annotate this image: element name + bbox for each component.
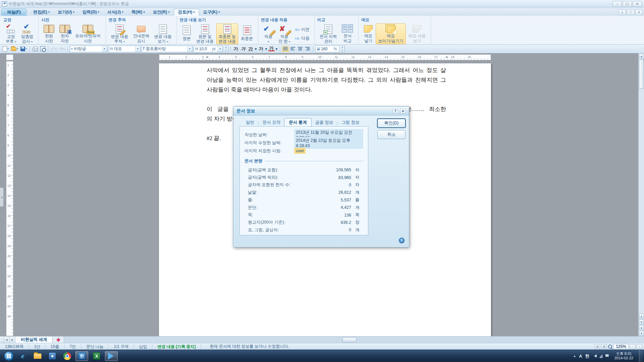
side-panel-handle[interactable]: ◂ — [0, 187, 4, 207]
dialog-tab-2[interactable]: 문서 통계 — [284, 118, 311, 127]
zoom-level[interactable]: 125% — [613, 344, 629, 349]
zoom-in-button[interactable]: + — [637, 344, 642, 349]
dialog-tab-3[interactable]: 글꼴 정보 — [312, 119, 337, 127]
horizontal-scrollbar[interactable] — [64, 337, 644, 343]
chevron-down-icon[interactable]: ▾ — [168, 10, 170, 14]
tab-scroll-left-button[interactable]: ◀ — [4, 337, 10, 343]
align-center-button[interactable] — [297, 46, 304, 52]
italic-button[interactable]: 가 — [240, 46, 247, 52]
chevron-down-icon[interactable]: ▾ — [265, 47, 267, 51]
vertical-ruler[interactable]: 1234567891011121314151617181920212223242… — [6, 61, 13, 336]
menu-tab-input[interactable]: 입력(D)▾ — [78, 9, 103, 16]
chevron-down-icon[interactable]: ▾ — [218, 46, 223, 52]
menu-tab-page[interactable]: 쪽(W)▾ — [127, 9, 149, 16]
vertical-scrollbar[interactable]: ▲ ▲ ▼ ▲ ▼ — [638, 53, 644, 336]
view-original-button[interactable]: 원본 — [179, 23, 194, 44]
show-balloons-button[interactable]: 안내문에표시 — [131, 23, 152, 44]
line-spacing-spinner[interactable]: ▲▼ — [340, 46, 345, 52]
horizontal-ruler[interactable]: 12345678910111213141516171819 — [159, 54, 491, 60]
align-left-button[interactable] — [289, 46, 296, 52]
status-item[interactable]: 15줄 — [46, 344, 64, 349]
highlight-color-button[interactable]: 가 — [268, 46, 275, 51]
taskbar-chrome[interactable] — [61, 351, 73, 361]
status-item[interactable]: 1/1 구역 — [109, 344, 134, 349]
view-final-button[interactable]: 최종본 — [238, 23, 255, 44]
menu-tab-view[interactable]: 보기(U)▾ — [54, 9, 78, 16]
redo-button[interactable]: ↷▾ — [58, 46, 65, 52]
view-normal-icon[interactable]: ▤ — [595, 344, 600, 349]
action-center-icon[interactable] — [605, 354, 609, 358]
taskbar-file-explorer[interactable] — [31, 351, 44, 361]
status-item[interactable]: 삽입 — [134, 344, 152, 349]
dialog-tab-4[interactable]: 그림 정보 — [338, 119, 363, 127]
indent-marker[interactable] — [445, 57, 448, 59]
view-changes-button[interactable]: 변경 내용보기 ▾ — [152, 23, 174, 44]
spellcheck-button[interactable]: ✔가나다맞춤법검사 ▾ — [19, 23, 36, 44]
open-document-button[interactable]: ▾ — [10, 47, 19, 51]
chevron-down-icon[interactable]: ▾ — [135, 46, 140, 52]
menu-tab-review[interactable]: 검토(H)▾ — [174, 9, 199, 16]
font-combobox[interactable]: T 함초롬바탕 ▾ — [142, 46, 193, 52]
zoom-out-button[interactable]: − — [630, 344, 635, 349]
dialog-tab-0[interactable]: 일반 — [242, 119, 258, 127]
maximize-button[interactable]: ▢ — [623, 1, 632, 7]
help-button[interactable]: ? — [627, 10, 634, 15]
track-changes-button[interactable]: 변경 내용추적 ▾ — [109, 23, 130, 44]
align-right-button[interactable] — [304, 46, 311, 52]
zoom-loupe-icon[interactable] — [608, 345, 612, 349]
menu-tab-security[interactable]: 보안(R)▾ — [149, 9, 174, 16]
indent-marker[interactable] — [206, 57, 209, 59]
status-item[interactable]: 7칸 — [64, 344, 81, 349]
chevron-down-icon[interactable]: ▾ — [73, 10, 75, 14]
underline-button[interactable]: 가 — [248, 46, 254, 52]
close-document-button[interactable]: ✕ — [635, 10, 643, 15]
chevron-down-icon[interactable]: ▾ — [48, 10, 50, 14]
menu-tab-tools[interactable]: 도구(K)▾ — [199, 9, 224, 16]
chevron-down-icon[interactable]: ▾ — [102, 46, 107, 52]
menu-tab-file[interactable]: 파일(F) — [1, 9, 26, 16]
save-button[interactable]: ▾ — [20, 46, 28, 52]
hanja-dictionary-button[interactable]: 漢한자자전 — [57, 23, 72, 44]
proof-marks-button[interactable]: ✔교정부호 ▾ — [3, 23, 18, 44]
start-button[interactable] — [4, 351, 14, 361]
undo-button[interactable]: ↶▾ — [50, 46, 57, 52]
ime-english-icon[interactable]: A — [579, 354, 582, 359]
status-item[interactable]: 1단 — [29, 344, 46, 349]
volume-icon[interactable] — [592, 354, 597, 358]
taskbar-internet-explorer[interactable]: e — [16, 351, 29, 361]
chevron-down-icon[interactable]: ▾ — [143, 10, 145, 14]
dialog-tab-1[interactable]: 문서 요약 — [259, 119, 284, 127]
compare-documents-button[interactable]: 문서비교 — [339, 23, 356, 44]
chevron-down-icon[interactable]: ▾ — [255, 47, 257, 51]
previous-change-button[interactable]: ⇦이전 — [295, 27, 310, 33]
tray-expand-icon[interactable]: ▲ — [573, 354, 576, 358]
ime-korean-icon[interactable]: 한 — [585, 353, 589, 359]
tab-scroll-right-button[interactable]: ▶ — [10, 337, 15, 343]
menu-tab-format[interactable]: 서식(J)▾ — [103, 9, 127, 16]
chevron-down-icon[interactable]: ▾ — [193, 10, 195, 14]
view-original-markup-button[interactable]: 원본 및변경 내용 — [194, 23, 216, 44]
chevron-down-icon[interactable]: ▾ — [187, 46, 192, 52]
font-size-combobox[interactable]: 갸 10.0 pt ▾ — [194, 46, 223, 52]
track-record-status[interactable]: 변경 내용 [기록 중지] — [152, 344, 201, 349]
ruler-corner-box[interactable] — [6, 54, 13, 60]
outline-combobox[interactable]: 가 대표 ▾ — [108, 46, 141, 52]
new-document-button[interactable]: ▾ — [2, 46, 9, 52]
dialog-help-button[interactable]: ? — [392, 109, 398, 114]
close-button[interactable]: ✕ — [633, 1, 642, 7]
scroll-down-small-button[interactable]: ▼ — [639, 319, 644, 324]
align-justify-button[interactable] — [282, 46, 289, 52]
insert-memo-button[interactable]: 메모넣기 — [361, 23, 375, 44]
new-tab-button[interactable] — [53, 337, 64, 343]
view-page-icon[interactable]: ▥ — [601, 344, 607, 349]
style-combobox[interactable]: ≡ 바탕글 ▾ — [70, 46, 107, 52]
taskbar-excel[interactable]: X — [90, 351, 103, 361]
chevron-down-icon[interactable]: ▾ — [98, 10, 99, 14]
taskbar-hangul-hwp[interactable]: 한 — [75, 351, 88, 361]
status-item[interactable]: 문단 나눔 — [81, 344, 109, 349]
scroll-up-small-button[interactable]: ▲ — [639, 314, 644, 319]
chevron-down-icon[interactable]: ▾ — [218, 10, 220, 14]
collapse-ribbon-button[interactable]: ∧ — [619, 10, 626, 15]
horizontal-scrollbar-thumb[interactable] — [342, 337, 357, 342]
font-color-button[interactable]: 가 — [258, 46, 264, 52]
